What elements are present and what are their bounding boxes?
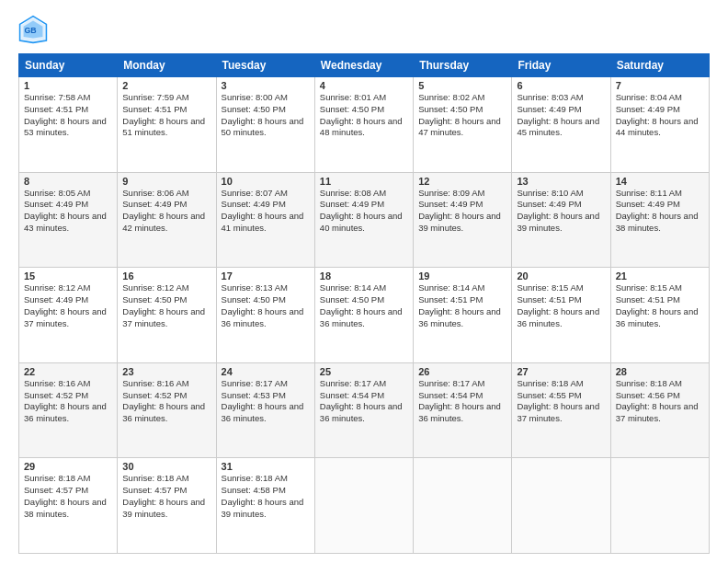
sunset-label: Sunset: 4:49 PM (616, 104, 680, 114)
day-cell-26: 26 Sunrise: 8:17 AM Sunset: 4:54 PM Dayl… (414, 362, 512, 458)
sunrise-label: Sunrise: 8:13 AM (222, 282, 288, 293)
week-row-0: 1 Sunrise: 7:58 AM Sunset: 4:51 PM Dayli… (19, 77, 710, 173)
day-number: 6 (517, 80, 605, 91)
empty-cell (610, 458, 709, 554)
daylight-label: Daylight: 8 hours and 48 minutes. (320, 116, 403, 138)
sunset-label: Sunset: 4:51 PM (418, 294, 483, 304)
week-row-4: 29 Sunrise: 8:18 AM Sunset: 4:57 PM Dayl… (19, 458, 710, 554)
day-info: Sunrise: 8:03 AM Sunset: 4:49 PM Dayligh… (517, 92, 605, 139)
sunset-label: Sunset: 4:49 PM (24, 199, 88, 209)
day-number: 4 (320, 80, 408, 91)
day-number: 27 (517, 366, 605, 377)
sunset-label: Sunset: 4:50 PM (222, 104, 286, 114)
day-cell-17: 17 Sunrise: 8:13 AM Sunset: 4:50 PM Dayl… (216, 268, 314, 363)
page: GB SundayMondayTuesdayWednesdayThursdayF… (0, 0, 728, 563)
sunrise-label: Sunrise: 8:05 AM (24, 188, 90, 198)
day-number: 26 (418, 366, 506, 377)
day-number: 9 (122, 176, 210, 187)
day-number: 3 (222, 80, 310, 91)
col-header-saturday: Saturday (610, 54, 709, 77)
logo: GB (18, 15, 51, 44)
day-info: Sunrise: 8:18 AM Sunset: 4:56 PM Dayligh… (616, 378, 704, 425)
col-header-wednesday: Wednesday (314, 54, 413, 77)
day-info: Sunrise: 8:14 AM Sunset: 4:50 PM Dayligh… (320, 282, 408, 329)
sunset-label: Sunset: 4:57 PM (24, 485, 88, 495)
sunrise-label: Sunrise: 8:08 AM (320, 188, 386, 198)
sunset-label: Sunset: 4:49 PM (517, 199, 581, 209)
day-info: Sunrise: 8:17 AM Sunset: 4:54 PM Dayligh… (418, 378, 506, 425)
day-number: 11 (320, 176, 408, 187)
week-row-2: 15 Sunrise: 8:12 AM Sunset: 4:49 PM Dayl… (19, 268, 710, 363)
day-cell-4: 4 Sunrise: 8:01 AM Sunset: 4:50 PM Dayli… (314, 77, 413, 173)
day-cell-21: 21 Sunrise: 8:15 AM Sunset: 4:51 PM Dayl… (610, 268, 709, 363)
daylight-label: Daylight: 8 hours and 45 minutes. (517, 116, 599, 138)
daylight-label: Daylight: 8 hours and 47 minutes. (418, 116, 501, 138)
day-info: Sunrise: 8:12 AM Sunset: 4:50 PM Dayligh… (122, 282, 210, 329)
day-number: 24 (222, 366, 310, 377)
sunrise-label: Sunrise: 8:14 AM (418, 282, 484, 293)
daylight-label: Daylight: 8 hours and 38 minutes. (24, 497, 107, 519)
day-cell-11: 11 Sunrise: 8:08 AM Sunset: 4:49 PM Dayl… (314, 172, 413, 268)
day-cell-22: 22 Sunrise: 8:16 AM Sunset: 4:52 PM Dayl… (19, 362, 118, 458)
svg-text:GB: GB (24, 26, 36, 35)
daylight-label: Daylight: 8 hours and 36 minutes. (320, 306, 403, 328)
calendar-table: SundayMondayTuesdayWednesdayThursdayFrid… (18, 53, 710, 554)
day-number: 19 (418, 270, 506, 282)
sunset-label: Sunset: 4:49 PM (418, 199, 483, 209)
day-cell-30: 30 Sunrise: 8:18 AM Sunset: 4:57 PM Dayl… (118, 458, 216, 554)
day-info: Sunrise: 8:10 AM Sunset: 4:49 PM Dayligh… (517, 188, 605, 235)
empty-cell (414, 458, 512, 554)
day-cell-14: 14 Sunrise: 8:11 AM Sunset: 4:49 PM Dayl… (610, 172, 709, 268)
daylight-label: Daylight: 8 hours and 53 minutes. (24, 116, 107, 138)
sunrise-label: Sunrise: 8:14 AM (320, 282, 386, 293)
sunrise-label: Sunrise: 8:09 AM (418, 188, 484, 198)
daylight-label: Daylight: 8 hours and 36 minutes. (222, 306, 304, 328)
sunrise-label: Sunrise: 8:15 AM (616, 282, 682, 293)
sunrise-label: Sunrise: 8:18 AM (122, 473, 188, 483)
sunrise-label: Sunrise: 8:12 AM (122, 282, 188, 293)
header-row: SundayMondayTuesdayWednesdayThursdayFrid… (19, 54, 710, 77)
sunset-label: Sunset: 4:55 PM (517, 390, 581, 400)
day-cell-18: 18 Sunrise: 8:14 AM Sunset: 4:50 PM Dayl… (314, 268, 413, 363)
sunrise-label: Sunrise: 8:17 AM (418, 378, 484, 388)
sunrise-label: Sunrise: 7:59 AM (122, 92, 188, 102)
sunset-label: Sunset: 4:49 PM (222, 199, 286, 209)
day-info: Sunrise: 8:18 AM Sunset: 4:58 PM Dayligh… (222, 473, 310, 520)
day-cell-25: 25 Sunrise: 8:17 AM Sunset: 4:54 PM Dayl… (314, 362, 413, 458)
daylight-label: Daylight: 8 hours and 36 minutes. (418, 401, 501, 423)
sunset-label: Sunset: 4:50 PM (222, 294, 286, 304)
daylight-label: Daylight: 8 hours and 41 minutes. (222, 211, 304, 233)
daylight-label: Daylight: 8 hours and 37 minutes. (517, 401, 599, 423)
daylight-label: Daylight: 8 hours and 39 minutes. (517, 211, 599, 233)
sunrise-label: Sunrise: 8:15 AM (517, 282, 583, 293)
sunset-label: Sunset: 4:51 PM (517, 294, 581, 304)
day-number: 2 (122, 80, 210, 91)
day-cell-5: 5 Sunrise: 8:02 AM Sunset: 4:50 PM Dayli… (414, 77, 512, 173)
day-info: Sunrise: 8:16 AM Sunset: 4:52 PM Dayligh… (122, 378, 210, 425)
week-row-3: 22 Sunrise: 8:16 AM Sunset: 4:52 PM Dayl… (19, 362, 710, 458)
day-number: 16 (122, 270, 210, 282)
sunset-label: Sunset: 4:53 PM (222, 390, 286, 400)
daylight-label: Daylight: 8 hours and 36 minutes. (122, 401, 205, 423)
daylight-label: Daylight: 8 hours and 36 minutes. (320, 401, 403, 423)
daylight-label: Daylight: 8 hours and 40 minutes. (320, 211, 403, 233)
day-number: 13 (517, 176, 605, 187)
col-header-friday: Friday (512, 54, 610, 77)
sunset-label: Sunset: 4:49 PM (122, 199, 187, 209)
day-info: Sunrise: 8:09 AM Sunset: 4:49 PM Dayligh… (418, 188, 506, 235)
daylight-label: Daylight: 8 hours and 51 minutes. (122, 116, 205, 138)
sunset-label: Sunset: 4:52 PM (24, 390, 88, 400)
day-number: 25 (320, 366, 408, 377)
day-cell-31: 31 Sunrise: 8:18 AM Sunset: 4:58 PM Dayl… (216, 458, 314, 554)
day-info: Sunrise: 8:17 AM Sunset: 4:54 PM Dayligh… (320, 378, 408, 425)
day-info: Sunrise: 8:17 AM Sunset: 4:53 PM Dayligh… (222, 378, 310, 425)
day-info: Sunrise: 8:15 AM Sunset: 4:51 PM Dayligh… (517, 282, 605, 329)
day-info: Sunrise: 8:18 AM Sunset: 4:57 PM Dayligh… (122, 473, 210, 520)
day-number: 20 (517, 270, 605, 282)
sunset-label: Sunset: 4:49 PM (616, 199, 680, 209)
day-info: Sunrise: 8:16 AM Sunset: 4:52 PM Dayligh… (24, 378, 112, 425)
sunrise-label: Sunrise: 8:01 AM (320, 92, 386, 102)
sunrise-label: Sunrise: 8:18 AM (616, 378, 682, 388)
sunrise-label: Sunrise: 8:07 AM (222, 188, 288, 198)
sunset-label: Sunset: 4:50 PM (122, 294, 187, 304)
